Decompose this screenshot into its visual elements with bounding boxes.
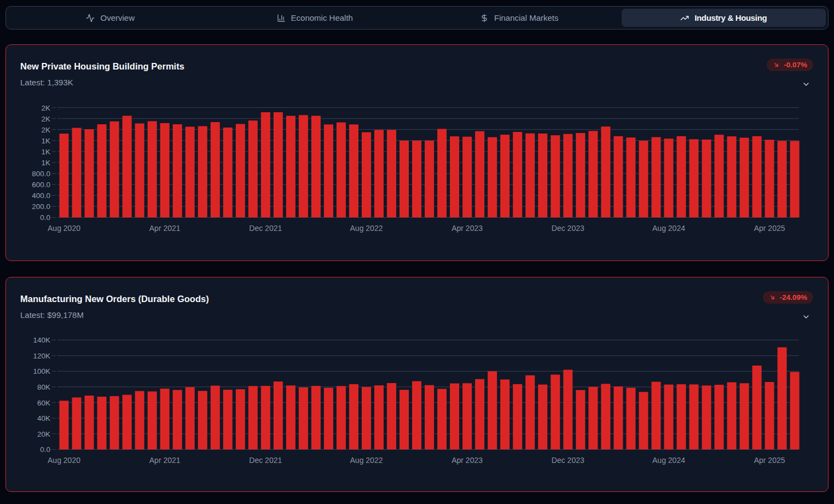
svg-text:Aug 2022: Aug 2022 bbox=[350, 456, 383, 465]
svg-text:2K: 2K bbox=[41, 104, 50, 112]
svg-text:Aug 2022: Aug 2022 bbox=[350, 224, 383, 233]
svg-text:Apr 2023: Apr 2023 bbox=[451, 456, 483, 465]
svg-text:140K: 140K bbox=[33, 336, 50, 344]
svg-text:Dec 2023: Dec 2023 bbox=[552, 224, 584, 233]
svg-text:1K: 1K bbox=[41, 137, 50, 145]
svg-text:800.0: 800.0 bbox=[32, 170, 50, 178]
svg-text:0.0: 0.0 bbox=[40, 213, 50, 222]
svg-text:Dec 2023: Dec 2023 bbox=[552, 456, 584, 465]
svg-text:Apr 2021: Apr 2021 bbox=[149, 456, 181, 465]
svg-text:1K: 1K bbox=[41, 159, 50, 167]
svg-text:Apr 2025: Apr 2025 bbox=[754, 224, 785, 233]
svg-text:120K: 120K bbox=[33, 352, 50, 360]
svg-text:200.0: 200.0 bbox=[32, 202, 50, 211]
svg-text:20K: 20K bbox=[37, 430, 50, 438]
svg-text:100K: 100K bbox=[33, 367, 50, 375]
svg-text:0.0: 0.0 bbox=[40, 445, 50, 454]
svg-text:Aug 2020: Aug 2020 bbox=[48, 224, 80, 233]
svg-text:Apr 2021: Apr 2021 bbox=[149, 224, 181, 233]
svg-text:40K: 40K bbox=[37, 414, 50, 422]
svg-text:600.0: 600.0 bbox=[32, 181, 50, 189]
svg-text:2K: 2K bbox=[41, 115, 50, 123]
svg-text:Aug 2020: Aug 2020 bbox=[48, 456, 80, 465]
svg-text:Apr 2023: Apr 2023 bbox=[451, 224, 483, 233]
svg-text:60K: 60K bbox=[37, 399, 50, 407]
svg-text:400.0: 400.0 bbox=[32, 192, 50, 200]
svg-text:2K: 2K bbox=[41, 126, 50, 134]
svg-text:Dec 2021: Dec 2021 bbox=[249, 224, 282, 233]
svg-text:80K: 80K bbox=[37, 383, 50, 391]
svg-text:1K: 1K bbox=[41, 148, 50, 156]
svg-text:Aug 2024: Aug 2024 bbox=[652, 224, 685, 233]
svg-text:Dec 2021: Dec 2021 bbox=[249, 456, 282, 465]
svg-text:Aug 2024: Aug 2024 bbox=[652, 456, 685, 465]
svg-text:Apr 2025: Apr 2025 bbox=[754, 456, 785, 465]
